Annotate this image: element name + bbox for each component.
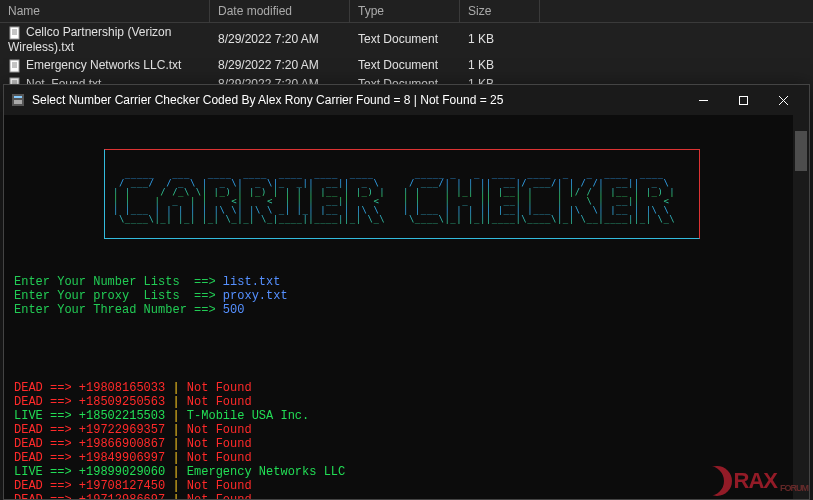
prompt-line: Enter Your Number Lists ==> list.txt (14, 275, 799, 289)
result-line: DEAD ==> +19708127450 | Not Found (14, 479, 799, 493)
file-type: Text Document (350, 31, 460, 47)
svg-rect-20 (739, 96, 747, 104)
file-header-row: Name Date modified Type Size (0, 0, 813, 23)
svg-rect-18 (14, 100, 22, 104)
result-line: DEAD ==> +19866900867 | Not Found (14, 437, 799, 451)
watermark-text: RAX (734, 468, 777, 494)
column-header-type[interactable]: Type (350, 0, 460, 22)
result-line: DEAD ==> +19849906997 | Not Found (14, 451, 799, 465)
watermark: RAX FORUM (702, 466, 808, 496)
result-line: LIVE ==> +18502215503 | T-Mobile USA Inc… (14, 409, 799, 423)
result-line: LIVE ==> +19899029060 | Emergency Networ… (14, 465, 799, 479)
ascii-banner-text: _____ ___ ____ ____ ____ ____ ____ _____… (105, 164, 699, 230)
crescent-icon (702, 466, 732, 496)
file-name: Emergency Networks LLC.txt (26, 58, 181, 72)
console-body[interactable]: _____ ___ ____ ____ ____ ____ ____ _____… (4, 115, 809, 499)
prompt-line: Enter Your Thread Number ==> 500 (14, 303, 799, 317)
svg-rect-17 (14, 96, 22, 98)
file-type: Text Document (350, 57, 460, 73)
svg-rect-0 (10, 27, 19, 39)
file-name: Cellco Partnership (Verizon Wireless).tx… (8, 25, 171, 54)
text-file-icon (8, 26, 22, 40)
file-date: 8/29/2022 7:20 AM (210, 31, 350, 47)
file-size: 1 KB (460, 31, 540, 47)
ascii-banner: _____ ___ ____ ____ ____ ____ ____ _____… (104, 149, 700, 239)
scrollbar-thumb[interactable] (795, 131, 807, 171)
svg-rect-4 (10, 60, 19, 72)
file-row[interactable]: Emergency Networks LLC.txt8/29/2022 7:20… (0, 56, 813, 75)
minimize-button[interactable] (683, 86, 723, 114)
file-row[interactable]: Cellco Partnership (Verizon Wireless).tx… (0, 23, 813, 56)
column-header-date[interactable]: Date modified (210, 0, 350, 22)
window-title: Select Number Carrier Checker Coded By A… (32, 93, 683, 107)
titlebar[interactable]: Select Number Carrier Checker Coded By A… (4, 85, 809, 115)
close-button[interactable] (763, 86, 803, 114)
result-line: DEAD ==> +19722969357 | Not Found (14, 423, 799, 437)
watermark-sub: FORUM (780, 483, 808, 493)
result-line: DEAD ==> +19808165033 | Not Found (14, 381, 799, 395)
result-line: DEAD ==> +19712986697 | Not Found (14, 493, 799, 499)
column-header-size[interactable]: Size (460, 0, 540, 22)
prompt-line: Enter Your proxy Lists ==> proxy.txt (14, 289, 799, 303)
file-date: 8/29/2022 7:20 AM (210, 57, 350, 73)
scrollbar[interactable] (793, 115, 809, 499)
app-icon (10, 92, 26, 108)
text-file-icon (8, 59, 22, 73)
maximize-button[interactable] (723, 86, 763, 114)
result-line: DEAD ==> +18509250563 | Not Found (14, 395, 799, 409)
column-header-name[interactable]: Name (0, 0, 210, 22)
file-size: 1 KB (460, 57, 540, 73)
console-window: Select Number Carrier Checker Coded By A… (3, 84, 810, 500)
